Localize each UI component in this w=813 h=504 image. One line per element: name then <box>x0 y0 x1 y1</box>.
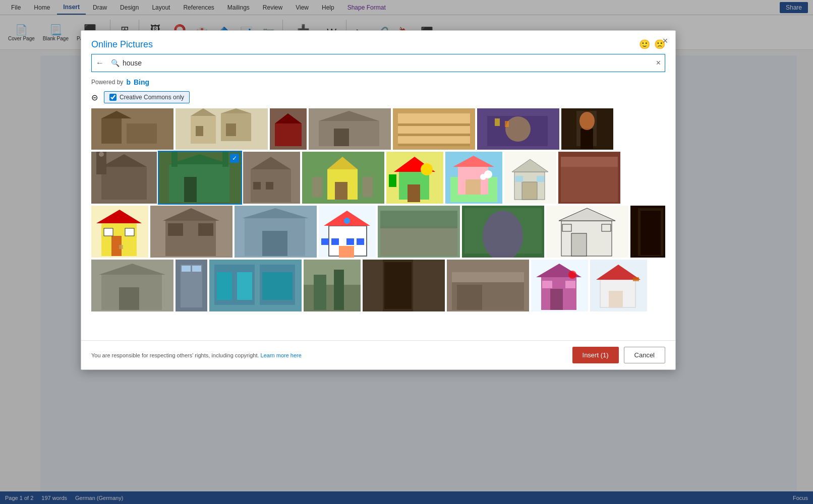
list-item[interactable] <box>243 152 300 204</box>
svg-rect-59 <box>389 174 396 187</box>
list-item[interactable] <box>309 108 391 150</box>
svg-rect-26 <box>495 118 500 126</box>
footer-buttons: Insert (1) Cancel <box>572 347 665 363</box>
svg-rect-53 <box>363 177 373 197</box>
svg-rect-140 <box>452 272 524 282</box>
list-item[interactable] <box>91 206 148 258</box>
svg-rect-71 <box>515 176 523 182</box>
list-item[interactable] <box>176 108 268 150</box>
bing-b-icon: b <box>126 78 131 86</box>
list-item[interactable] <box>561 108 613 150</box>
list-item[interactable] <box>531 260 588 311</box>
svg-rect-152 <box>609 291 623 307</box>
svg-point-31 <box>579 112 595 130</box>
svg-rect-72 <box>537 176 544 182</box>
list-item[interactable] <box>363 260 445 311</box>
list-item[interactable] <box>91 152 157 204</box>
list-item[interactable] <box>302 152 384 204</box>
svg-rect-116 <box>641 211 661 255</box>
list-item[interactable] <box>150 206 233 258</box>
list-item[interactable] <box>319 206 376 258</box>
cancel-button[interactable]: Cancel <box>624 347 665 363</box>
search-bar: ← 🔍 × <box>91 54 665 72</box>
svg-rect-20 <box>398 113 470 123</box>
bing-logo: Bing <box>134 78 149 86</box>
creative-commons-filter[interactable]: Creative Commons only <box>104 91 190 103</box>
svg-rect-70 <box>522 182 537 200</box>
dialog-header: Online Pictures 🙂 🙁 <box>81 31 675 54</box>
filter-bar: ⊝ Creative Commons only <box>91 91 665 103</box>
list-item[interactable] <box>445 152 502 204</box>
list-item[interactable] <box>558 152 620 204</box>
search-clear-button[interactable]: × <box>652 58 665 68</box>
list-item[interactable]: ✓ <box>159 152 241 204</box>
svg-rect-21 <box>398 126 470 134</box>
svg-rect-57 <box>408 184 420 202</box>
insert-button[interactable]: Insert (1) <box>572 347 619 363</box>
svg-rect-47 <box>266 182 273 190</box>
list-item[interactable] <box>462 206 544 258</box>
dialog-close-button[interactable]: × <box>659 35 671 47</box>
svg-rect-153 <box>633 277 639 281</box>
svg-rect-2 <box>127 123 157 144</box>
filter-icon[interactable]: ⊝ <box>91 93 98 102</box>
selected-check: ✓ <box>230 154 239 163</box>
list-item[interactable] <box>91 108 173 150</box>
list-item[interactable] <box>386 152 443 204</box>
svg-point-25 <box>505 116 531 142</box>
svg-rect-9 <box>196 126 203 136</box>
svg-rect-134 <box>334 270 344 310</box>
svg-rect-41 <box>222 152 228 167</box>
svg-rect-137 <box>384 262 412 309</box>
svg-rect-10 <box>226 123 236 136</box>
list-item[interactable] <box>304 260 361 311</box>
list-item[interactable] <box>378 206 460 258</box>
list-item[interactable] <box>176 260 207 311</box>
learn-more-link[interactable]: Learn more here <box>261 352 302 358</box>
list-item[interactable] <box>546 206 628 258</box>
powered-by-text: Powered by <box>91 79 123 86</box>
list-item[interactable] <box>504 152 556 204</box>
svg-rect-145 <box>550 289 563 310</box>
svg-rect-82 <box>119 245 123 249</box>
list-item[interactable] <box>91 260 173 311</box>
svg-rect-87 <box>198 223 213 236</box>
svg-rect-96 <box>321 238 329 245</box>
svg-rect-97 <box>331 238 339 245</box>
svg-rect-80 <box>104 228 113 236</box>
svg-point-36 <box>99 152 104 157</box>
svg-rect-98 <box>346 238 354 245</box>
svg-rect-12 <box>275 123 302 146</box>
svg-rect-141 <box>457 285 482 310</box>
list-item[interactable] <box>630 206 665 258</box>
list-item[interactable] <box>209 260 302 311</box>
image-row-1 <box>91 108 665 150</box>
search-back-button[interactable]: ← <box>92 58 108 68</box>
list-item[interactable] <box>270 108 307 150</box>
svg-rect-22 <box>398 136 470 144</box>
image-row-3 <box>91 206 665 258</box>
list-item[interactable] <box>590 260 647 311</box>
cc-checkbox-input[interactable] <box>109 94 117 101</box>
svg-rect-147 <box>542 281 552 288</box>
svg-point-66 <box>480 174 486 180</box>
list-item[interactable] <box>447 260 529 311</box>
search-input[interactable] <box>123 59 652 67</box>
image-grid-container[interactable]: ✓ <box>91 108 665 340</box>
list-item[interactable] <box>477 108 559 150</box>
svg-rect-42 <box>184 177 197 202</box>
svg-rect-46 <box>253 182 261 190</box>
image-row-2: ✓ <box>91 152 665 204</box>
svg-rect-51 <box>335 182 347 200</box>
svg-rect-99 <box>357 238 364 245</box>
happy-face-icon[interactable]: 🙂 <box>639 39 650 50</box>
footer-copyright-text: You are responsible for respecting other… <box>91 352 302 358</box>
svg-rect-64 <box>466 179 481 195</box>
svg-rect-33 <box>101 167 147 200</box>
svg-rect-133 <box>314 275 326 310</box>
svg-rect-132 <box>304 285 361 311</box>
svg-rect-52 <box>312 177 322 197</box>
svg-point-58 <box>421 163 433 175</box>
list-item[interactable] <box>235 206 317 258</box>
list-item[interactable] <box>393 108 475 150</box>
